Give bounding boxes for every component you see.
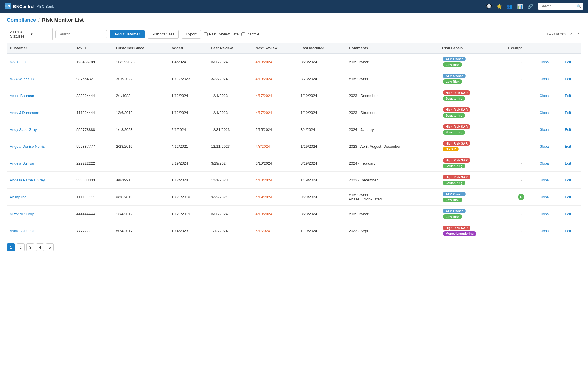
col-next-review: Next Review (253, 43, 297, 54)
nav-search-input[interactable] (538, 3, 583, 10)
cell-exempt: - (505, 172, 537, 189)
nav-icons: 💬 ⭐ 👥 📊 🔗 🔍 (486, 3, 583, 10)
risk-label-badge: Structuring (443, 164, 465, 168)
cell-taxid: 111111111 (74, 189, 113, 206)
cell-added: 3/19/2024 (169, 155, 208, 172)
page-button[interactable]: 5 (46, 243, 54, 251)
risk-label-badge: Low Risk (443, 79, 462, 84)
edit-link[interactable]: Edit (565, 94, 571, 98)
global-link[interactable]: Global (539, 111, 549, 115)
cell-exempt: - (505, 138, 537, 155)
risk-status-dropdown[interactable]: All Risk Statuses ▾ (7, 28, 53, 40)
edit-link[interactable]: Edit (565, 178, 571, 182)
chat-icon[interactable]: 💬 (486, 4, 492, 9)
page-button[interactable]: 3 (26, 243, 34, 251)
global-link[interactable]: Global (539, 229, 549, 233)
cell-comments: 2024 - January (346, 121, 439, 138)
global-link[interactable]: Global (539, 128, 549, 132)
edit-link[interactable]: Edit (565, 111, 571, 115)
customer-link[interactable]: Andy J Dunsmore (10, 110, 39, 115)
page-button[interactable]: 1 (7, 243, 15, 251)
edit-link[interactable]: Edit (565, 60, 571, 64)
search-input[interactable] (55, 30, 107, 38)
app-name: BNControl (13, 4, 35, 9)
users-icon[interactable]: 👥 (507, 4, 512, 9)
global-link[interactable]: Global (539, 60, 549, 64)
export-button[interactable]: Export (182, 30, 201, 39)
link-icon[interactable]: 🔗 (527, 4, 533, 9)
customer-link[interactable]: Angelia Pamela Gray (10, 178, 45, 182)
prev-page-button[interactable]: ‹ (569, 31, 574, 38)
global-link[interactable]: Global (539, 178, 549, 182)
nav-search-wrap: 🔍 (538, 3, 583, 10)
customer-link[interactable]: Angela Denise Norris (10, 144, 45, 149)
col-last-modified: Last Modified (298, 43, 346, 54)
global-link[interactable]: Global (539, 94, 549, 98)
cell-global: Global (537, 104, 562, 121)
edit-link[interactable]: Edit (565, 77, 571, 81)
pagination-info: 1–50 of 202 ‹ › (547, 31, 581, 38)
chart-icon[interactable]: 📊 (517, 4, 523, 9)
global-link[interactable]: Global (539, 145, 549, 149)
next-page-button[interactable]: › (576, 31, 581, 38)
cell-risk-labels: ATM OwnerLow Risk (439, 189, 505, 206)
cell-added: 10/21/2019 (169, 189, 208, 206)
cell-last-modified: 1/19/2024 (298, 222, 346, 239)
inactive-checkbox[interactable] (241, 32, 245, 36)
cell-global: Global (537, 87, 562, 104)
risk-label-badge: No B P (443, 147, 459, 151)
edit-link[interactable]: Edit (565, 128, 571, 132)
table-row: AAFC LLC12345678910/27/20231/4/20243/23/… (7, 53, 581, 70)
page-button[interactable]: 2 (17, 243, 25, 251)
edit-link[interactable]: Edit (565, 229, 571, 233)
customer-link[interactable]: Ashraf Alfashkhi (10, 229, 36, 233)
edit-link[interactable]: Edit (565, 195, 571, 199)
cell-last-modified: 3/23/2024 (298, 70, 346, 87)
global-link[interactable]: Global (539, 212, 549, 216)
customer-link[interactable]: AARAV 777 Inc (10, 77, 35, 81)
customer-link[interactable]: ARYANP, Corp. (10, 212, 35, 216)
cell-risk-labels: ATM OwnerLow Risk (439, 206, 505, 222)
edit-link[interactable]: Edit (565, 212, 571, 216)
cell-edit: Edit (562, 138, 581, 155)
past-review-checkbox-label[interactable]: Past Review Date (204, 32, 239, 36)
risk-label-badge: High Risk SAR (443, 124, 470, 129)
customer-link[interactable]: AAFC LLC (10, 60, 27, 64)
cell-taxid: 555778888 (74, 121, 113, 138)
star-icon[interactable]: ⭐ (496, 4, 502, 9)
cell-taxid: 999887777 (74, 138, 113, 155)
cell-comments: 2023 - Sept (346, 222, 439, 239)
risk-label-badge: High Risk SAR (443, 107, 470, 112)
cell-last-modified: 1/19/2024 (298, 104, 346, 121)
past-review-checkbox[interactable] (204, 32, 208, 36)
cell-comments: 2023 - April, August, December (346, 138, 439, 155)
inactive-checkbox-label[interactable]: Inactive (241, 32, 259, 36)
global-link[interactable]: Global (539, 161, 549, 165)
customer-link[interactable]: Angela Sullivan (10, 161, 35, 165)
breadcrumb-parent[interactable]: Compliance (7, 17, 36, 23)
cell-last-modified: 3/23/2024 (298, 53, 346, 70)
cell-risk-labels: High Risk SARMoney Laundering (439, 222, 505, 239)
global-link[interactable]: Global (539, 195, 549, 199)
customer-link[interactable]: Andy Scott Gray (10, 127, 37, 132)
risk-label-badge: Structuring (443, 113, 465, 118)
cell-customer-since: 12/4/2012 (113, 206, 169, 222)
add-customer-button[interactable]: Add Customer (110, 30, 145, 38)
cell-taxid: 987654321 (74, 70, 113, 87)
page-button[interactable]: 4 (36, 243, 44, 251)
global-link[interactable]: Global (539, 77, 549, 81)
customer-link[interactable]: Anshp Inc (10, 195, 26, 199)
cell-taxid: 222222222 (74, 155, 113, 172)
cell-exempt: E (505, 189, 537, 206)
bank-name: ABC Bank (37, 4, 54, 9)
cell-last-modified: 3/4/2024 (298, 121, 346, 138)
edit-link[interactable]: Edit (565, 161, 571, 165)
risk-statuses-button[interactable]: Risk Statuses (148, 30, 179, 39)
edit-link[interactable]: Edit (565, 145, 571, 149)
breadcrumb-separator: / (38, 18, 39, 23)
cell-last-review: 12/11/2023 (208, 138, 253, 155)
cell-added: 1/12/2024 (169, 87, 208, 104)
cell-customer: Amos Bauman (7, 87, 74, 104)
customer-link[interactable]: Amos Bauman (10, 94, 34, 98)
cell-customer-since: 9/20/2013 (113, 189, 169, 206)
